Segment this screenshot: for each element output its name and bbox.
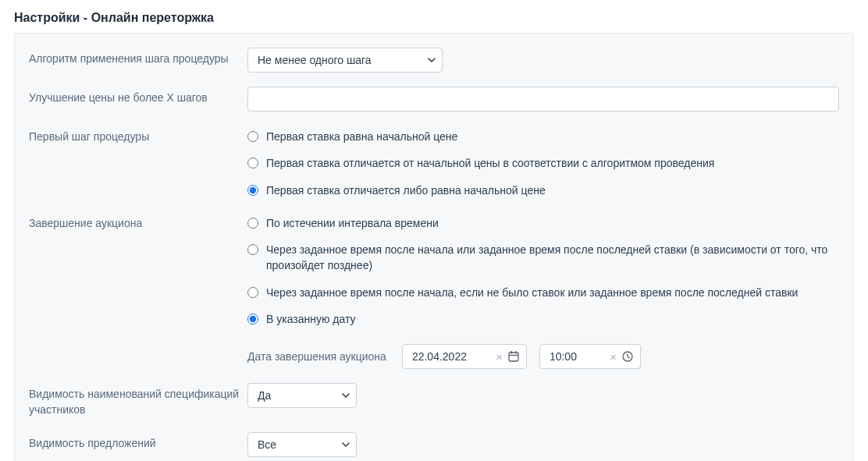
clear-time-icon[interactable]: × [605, 351, 621, 363]
settings-panel: Алгоритм применения шага процедуры Не ме… [14, 33, 854, 461]
select-offers-visibility-value: Все [258, 438, 276, 451]
label-completion: Завершение аукциона [29, 212, 247, 232]
radio-completion-3[interactable]: В указанную дату [247, 308, 839, 335]
row-improvement: Улучшение цены не более X шагов [29, 87, 839, 112]
label-algorithm: Алгоритм применения шага процедуры [29, 48, 247, 67]
radio-first-step-1[interactable]: Первая ставка отличается от начальной це… [247, 152, 839, 179]
select-algorithm[interactable]: Не менее одного шага [247, 48, 443, 73]
radio-input[interactable] [247, 185, 258, 196]
radio-label: В указанную дату [266, 311, 356, 327]
row-completion: Завершение аукциона По истечении интерва… [29, 212, 839, 369]
radio-label: Через заданное время после начала, если … [266, 285, 798, 300]
select-algorithm-value: Не менее одного шага [258, 54, 372, 66]
row-offers-visibility: Видимость предложений Все [29, 432, 839, 457]
end-time-value: 10:00 [550, 350, 605, 363]
calendar-icon[interactable] [507, 350, 520, 363]
radio-label: Через заданное время после начала или за… [266, 242, 839, 274]
radio-label: Первая ставка равна начальной цене [266, 129, 457, 144]
radio-group-first-step: Первая ставка равна начальной цене Перва… [247, 126, 839, 198]
page-title: Настройки - Онлайн переторжка [14, 0, 854, 33]
row-algorithm: Алгоритм применения шага процедуры Не ме… [29, 48, 839, 73]
auction-end-date-row: Дата завершения аукциона 22.04.2022 × [247, 344, 839, 369]
radio-input[interactable] [247, 218, 258, 229]
end-date-value: 22.04.2022 [412, 350, 491, 363]
svg-rect-0 [509, 353, 518, 361]
radio-label: По истечении интервала времени [266, 215, 439, 231]
label-improvement: Улучшение цены не более X шагов [29, 87, 247, 106]
radio-input[interactable] [247, 158, 258, 168]
select-offers-visibility[interactable]: Все [247, 432, 357, 457]
row-first-step: Первый шаг процедуры Первая ставка равна… [29, 126, 839, 198]
select-spec-visibility-value: Да [258, 389, 271, 402]
clear-date-icon[interactable]: × [491, 351, 507, 363]
input-end-time[interactable]: 10:00 × [539, 344, 641, 369]
radio-completion-1[interactable]: Через заданное время после начала или за… [247, 239, 839, 282]
label-spec-visibility: Видимость наименований спецификаций учас… [29, 383, 247, 417]
radio-input[interactable] [247, 244, 258, 255]
radio-completion-2[interactable]: Через заданное время после начала, если … [247, 282, 839, 308]
radio-first-step-2[interactable]: Первая ставка отличается либо равна нача… [247, 179, 839, 198]
radio-completion-0[interactable]: По истечении интервала времени [247, 212, 839, 239]
label-first-step: Первый шаг процедуры [29, 126, 247, 145]
radio-input[interactable] [247, 287, 258, 298]
radio-input[interactable] [247, 314, 258, 324]
radio-label: Первая ставка отличается либо равна нача… [266, 183, 546, 198]
select-spec-visibility[interactable]: Да [247, 383, 357, 408]
clock-icon[interactable] [621, 350, 634, 363]
label-offers-visibility: Видимость предложений [29, 432, 247, 452]
radio-input[interactable] [247, 131, 258, 142]
radio-first-step-0[interactable]: Первая ставка равна начальной цене [247, 126, 839, 152]
input-improvement[interactable] [247, 87, 839, 112]
radio-group-completion: По истечении интервала времени Через зад… [247, 212, 839, 369]
input-end-date[interactable]: 22.04.2022 × [402, 344, 527, 369]
row-spec-visibility: Видимость наименований спецификаций учас… [29, 383, 839, 417]
radio-label: Первая ставка отличается от начальной це… [266, 155, 714, 171]
label-end-date: Дата завершения аукциона [247, 350, 386, 363]
